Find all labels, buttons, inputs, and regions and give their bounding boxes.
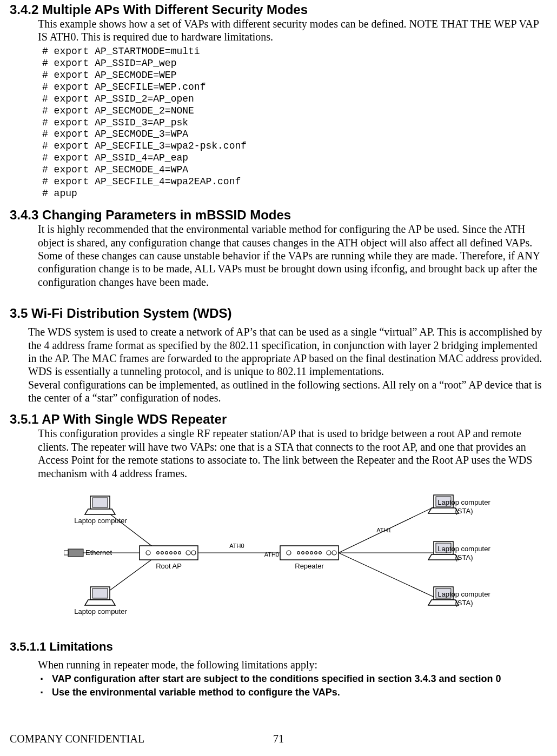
footer-confidential: COMPANY CONFIDENTIAL [10,733,144,745]
paragraph-3-4-3: It is highly recommended that the enviro… [38,223,548,289]
diagram-label-sta2: Laptop computer [437,545,490,553]
limitation-item: Use the environmental variable method to… [38,686,548,699]
paragraph-3-5-1: This configuration provides a single RF … [38,427,548,480]
code-block-3-4-2: # export AP_STARTMODE=multi # export AP_… [42,46,548,200]
heading-3-5: 3.5 Wi-Fi Distribution System (WDS) [10,306,548,321]
paragraph-3-5-a: The WDS system is used to create a netwo… [28,325,548,378]
diagram-label-sta1: Laptop computer [437,498,490,506]
diagram-label-ath0-left: ATH0 [229,543,244,549]
diagram-label-ath0-right: ATH0 [264,551,279,558]
diagram-label-sta3-sub: (STA) [455,599,473,607]
paragraph-3-5-b: Several configurations can be implemente… [28,378,548,405]
document-page: 3.4.2 Multiple APs With Different Securi… [0,2,557,756]
heading-3-5-1-1: 3.5.1.1 Limitations [10,640,548,654]
svg-line-21 [339,553,434,597]
diagram-label-sta2-sub: (STA) [455,553,473,561]
diagram-label-laptop-tl: Laptop computer [74,517,127,525]
heading-3-4-2: 3.4.2 Multiple APs With Different Securi… [10,2,548,17]
diagram-label-ath1: ATH1 [376,527,391,533]
limitation-item: VAP configuration after start are subjec… [38,672,548,685]
page-footer: COMPANY CONFIDENTIAL 71 [10,733,547,745]
wds-diagram: Laptop computer Laptop computer Ethernet… [64,492,548,616]
diagram-label-sta3: Laptop computer [437,590,490,598]
footer-page-number: 71 [273,733,284,745]
limitations-list: VAP configuration after start are subjec… [38,672,548,699]
heading-3-4-3: 3.4.3 Changing Parameters in mBSSID Mode… [10,208,548,223]
diagram-label-ethernet: Ethernet [85,548,112,557]
diagram-label-sta1-sub: (STA) [455,507,473,515]
diagram-label-root-ap: Root AP [156,562,182,570]
paragraph-3-4-2: This example shows how a set of VAPs wit… [38,17,548,44]
paragraph-3-5-1-1-intro: When running in repeater mode, the follo… [38,658,548,671]
heading-3-5-1: 3.5.1 AP With Single WDS Repeater [10,412,548,427]
diagram-label-repeater: Repeater [295,562,324,570]
diagram-label-laptop-bl: Laptop computer [74,607,127,615]
